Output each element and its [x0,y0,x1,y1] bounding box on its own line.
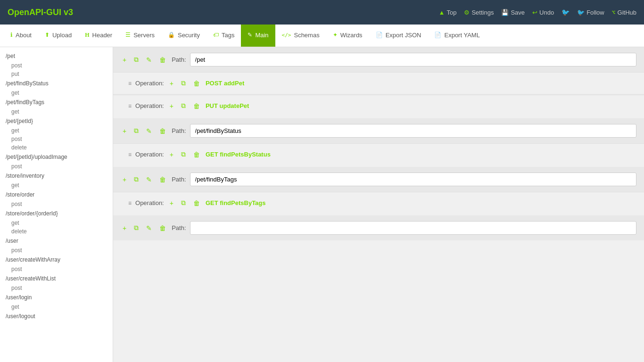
copy-path-findbystatus-button[interactable]: ⧉ [132,126,140,136]
path-input-partial[interactable] [190,221,636,235]
operation-label-post-addpet: Operation: [135,80,164,87]
sidebar-path-store-order-orderid[interactable]: /store/order/{orderId} [0,208,113,219]
sidebar-path-store-order[interactable]: /store/order [0,189,113,200]
add-path-findbystatus-button[interactable]: + [121,126,128,136]
settings-button[interactable]: ⚙ Settings [464,9,494,16]
add-path-findbytags-button[interactable]: + [121,175,128,184]
add-path-pet-button[interactable]: + [121,55,128,65]
upload-label: Upload [52,32,72,39]
follow-button[interactable]: 🐦 Follow [577,9,604,16]
sidebar-method-login-get[interactable]: get [0,303,113,311]
app-title: OpenAPI-GUI v3 [8,8,73,17]
upload-icon: ⬆ [45,32,50,38]
nav-security[interactable]: 🔒 Security [161,25,206,47]
sidebar-method-order-post[interactable]: post [0,200,113,208]
nav-servers[interactable]: ☰ Servers [119,25,161,47]
nav-schemas[interactable]: </> Schemas [275,25,326,47]
tags-icon: 🏷 [213,32,219,38]
path-block-findbystatus: + ⧉ ✎ 🗑 Path: ≡ Operation: + ⧉ 🗑 GET fin… [113,118,644,165]
sidebar-method-findbytags-get[interactable]: get [0,107,113,116]
edit-path-pet-button[interactable]: ✎ [144,55,154,65]
save-label: Save [511,9,525,16]
save-button[interactable]: 💾 Save [501,9,525,16]
nav-header[interactable]: H Header [78,25,119,47]
delete-path-pet-button[interactable]: 🗑 [157,55,168,65]
sidebar-method-uploadimage-post[interactable]: post [0,162,113,171]
copy-operation-get-findbystatus-button[interactable]: ⧉ [179,149,188,159]
nav-upload[interactable]: ⬆ Upload [38,25,78,47]
edit-path-findbystatus-button[interactable]: ✎ [144,126,154,136]
undo-button[interactable]: ↩ Undo [532,9,554,16]
copy-path-pet-button[interactable]: ⧉ [132,55,140,65]
nav-export-yaml[interactable]: 📄 Export YAML [428,25,486,47]
github-button[interactable]: ⌥ GitHub [612,9,636,16]
add-operation-get-findbytags-button[interactable]: + [168,198,175,208]
sidebar-path-store-inventory[interactable]: /store/inventory [0,171,113,181]
nav-main[interactable]: ✎ Main [241,25,275,47]
edit-path-partial-button[interactable]: ✎ [144,223,154,233]
hamburger-icon-post-addpet: ≡ [128,80,132,87]
sidebar-path-user[interactable]: /user [0,236,113,246]
delete-operation-post-addpet-button[interactable]: 🗑 [191,79,202,88]
delete-operation-get-findbystatus-button[interactable]: 🗑 [191,150,202,159]
delete-operation-put-updatepet-button[interactable]: 🗑 [191,101,202,111]
delete-path-findbystatus-button[interactable]: 🗑 [157,126,168,136]
copy-path-findbytags-button[interactable]: ⧉ [132,174,140,184]
top-button[interactable]: ▲ Top [439,9,457,16]
operation-name-get-findbytags: GET findPetsByTags [206,199,266,206]
sidebar-path-user-logout[interactable]: /user/logout [0,311,113,321]
nav-tags[interactable]: 🏷 Tags [206,25,241,47]
copy-operation-post-addpet-button[interactable]: ⧉ [179,78,188,88]
path-input-pet[interactable] [190,53,636,66]
sidebar-method-findbystatus-get[interactable]: get [0,89,113,97]
sidebar-method-createwitharray-post[interactable]: post [0,265,113,273]
sidebar-method-petid-delete[interactable]: delete [0,143,113,152]
github-label: GitHub [618,9,636,16]
nav-wizards[interactable]: ✦ Wizards [326,25,369,47]
delete-operation-get-findbytags-button[interactable]: 🗑 [191,198,202,208]
operation-row-get-findbytags: ≡ Operation: + ⧉ 🗑 GET findPetsByTags [113,192,644,214]
operation-row-get-findbystatus: ≡ Operation: + ⧉ 🗑 GET findPetsByStatus [113,143,644,165]
sidebar-path-pet-petid[interactable]: /pet/{petId} [0,116,113,126]
settings-icon: ⚙ [464,9,470,16]
copy-path-partial-button[interactable]: ⧉ [132,223,140,233]
path-input-findbytags[interactable] [190,173,636,186]
edit-path-findbytags-button[interactable]: ✎ [144,175,154,184]
header-actions: ▲ Top ⚙ Settings 💾 Save ↩ Undo 🐦 🐦 Follo… [439,8,636,16]
follow-icon: 🐦 [577,9,585,16]
sidebar-method-petid-get[interactable]: get [0,126,113,135]
add-operation-put-updatepet-button[interactable]: + [168,101,175,111]
copy-operation-get-findbytags-button[interactable]: ⧉ [179,198,188,208]
add-operation-get-findbystatus-button[interactable]: + [168,150,175,159]
sidebar-method-createwithlist-post[interactable]: post [0,284,113,292]
sidebar-method-petid-post[interactable]: post [0,135,113,143]
copy-operation-put-updatepet-button[interactable]: ⧉ [179,101,188,111]
sidebar-path-pet-findbystatus[interactable]: /pet/findByStatus [0,78,113,89]
nav-export-json[interactable]: 📄 Export JSON [369,25,428,47]
operation-row-put-updatepet: ≡ Operation: + ⧉ 🗑 PUT updatePet [113,95,644,116]
sidebar-path-user-createwitharray[interactable]: /user/createWithArray [0,255,113,265]
nav-about[interactable]: ℹ About [4,25,38,47]
sidebar-path-user-login[interactable]: /user/login [0,292,113,303]
sidebar-path-pet-findbytags[interactable]: /pet/findByTags [0,97,113,107]
add-path-partial-button[interactable]: + [121,223,128,233]
security-icon: 🔒 [168,32,175,38]
export-json-label: Export JSON [386,32,421,39]
delete-path-findbytags-button[interactable]: 🗑 [157,175,168,184]
sidebar-path-user-createwithlist[interactable]: /user/createWithList [0,273,113,284]
sidebar-path-pet[interactable]: /pet [0,51,113,61]
path-label-pet: Path: [172,56,186,63]
sidebar-method-pet-put[interactable]: put [0,70,113,78]
sidebar-method-user-post[interactable]: post [0,246,113,255]
sidebar-method-orderid-delete[interactable]: delete [0,227,113,236]
sidebar-method-orderid-get[interactable]: get [0,219,113,227]
header-icon: H [85,32,89,39]
sidebar-path-pet-uploadimage[interactable]: /pet/{petId}/uploadImage [0,152,113,162]
twitter-icon-button[interactable]: 🐦 [561,8,570,16]
sidebar-method-inventory-get[interactable]: get [0,181,113,189]
delete-path-partial-button[interactable]: 🗑 [157,223,168,233]
top-label: Top [446,9,456,16]
sidebar-method-pet-post[interactable]: post [0,61,113,70]
add-operation-post-addpet-button[interactable]: + [168,79,175,88]
path-input-findbystatus[interactable] [190,124,636,138]
